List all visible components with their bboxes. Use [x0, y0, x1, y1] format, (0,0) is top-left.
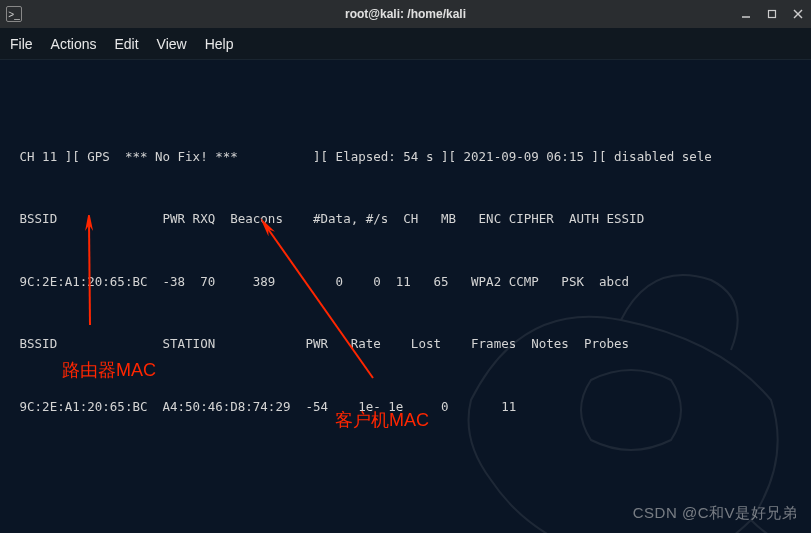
minimize-button[interactable] — [739, 7, 753, 21]
menu-edit[interactable]: Edit — [114, 36, 138, 52]
kali-dragon-bg — [371, 200, 811, 533]
watermark: CSDN @C和V是好兄弟 — [633, 504, 797, 523]
ap-table-header: BSSID PWR RXQ Beacons #Data, #/s CH MB E… — [12, 203, 799, 234]
maximize-button[interactable] — [765, 7, 779, 21]
client-table-header: BSSID STATION PWR Rate Lost Frames Notes… — [12, 328, 799, 359]
menubar: File Actions Edit View Help — [0, 28, 811, 60]
window-titlebar: >_ root@kali: /home/kali — [0, 0, 811, 28]
terminal-output[interactable]: CH 11 ][ GPS *** No Fix! *** ][ Elapsed:… — [0, 60, 811, 533]
menu-view[interactable]: View — [157, 36, 187, 52]
close-button[interactable] — [791, 7, 805, 21]
menu-file[interactable]: File — [10, 36, 33, 52]
ap-table-row: 9C:2E:A1:20:65:BC -38 70 389 0 0 11 65 W… — [12, 266, 799, 297]
status-line: CH 11 ][ GPS *** No Fix! *** ][ Elapsed:… — [12, 141, 799, 172]
window-title: root@kali: /home/kali — [345, 7, 466, 21]
client-table-row: 9C:2E:A1:20:65:BC A4:50:46:D8:74:29 -54 … — [12, 391, 799, 422]
menu-actions[interactable]: Actions — [51, 36, 97, 52]
svg-rect-1 — [769, 11, 776, 18]
terminal-icon: >_ — [6, 6, 22, 22]
window-controls — [739, 7, 805, 21]
menu-help[interactable]: Help — [205, 36, 234, 52]
